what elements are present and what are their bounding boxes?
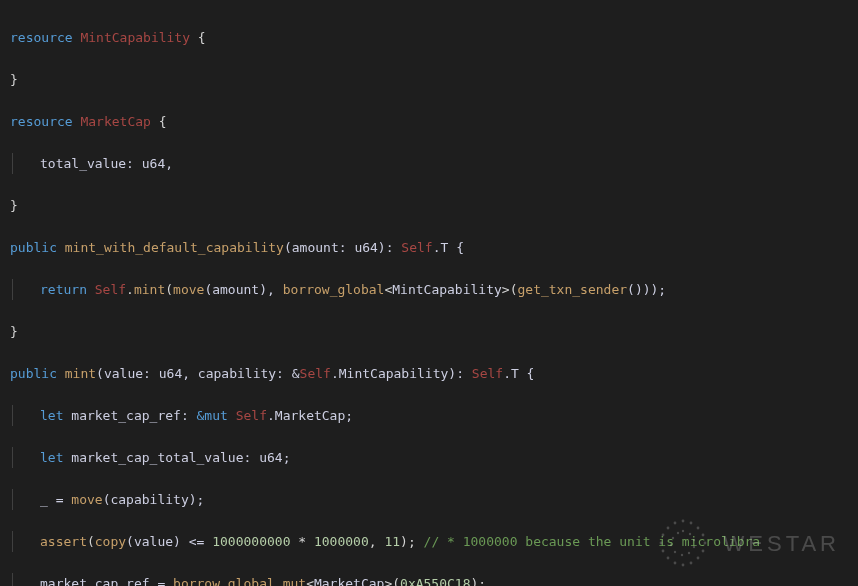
brace: { — [151, 114, 167, 129]
fn-call: move — [173, 282, 204, 297]
fn-call: get_txn_sender — [517, 282, 627, 297]
lhs: _ = — [40, 492, 71, 507]
close: ); — [400, 534, 416, 549]
fn-name: mint_with_default_capability — [65, 240, 284, 255]
code-line: } — [10, 69, 848, 90]
code-line: public mint_with_default_capability(amou… — [10, 237, 848, 258]
brace: } — [10, 198, 18, 213]
code-line: assert(copy(value) <= 1000000000 * 10000… — [10, 531, 848, 552]
code-line: market_cap_ref = borrow_global_mut<Marke… — [10, 573, 848, 586]
self: Self — [236, 408, 267, 423]
ident: market_cap_ref: — [71, 408, 196, 423]
sig: (value: u64, capability: & — [96, 366, 300, 381]
code-block: resource MintCapability { } resource Mar… — [0, 0, 858, 586]
lt: < — [306, 576, 314, 586]
number: 1000000000 — [212, 534, 290, 549]
code-line: total_value: u64, — [10, 153, 848, 174]
type-name: MarketCap — [80, 114, 150, 129]
type-arg: MarketCap — [314, 576, 384, 586]
ident: market_cap_total_value: u64; — [71, 450, 290, 465]
comma: , — [369, 534, 385, 549]
fn-call: assert — [40, 534, 87, 549]
number: 1000000 — [314, 534, 369, 549]
comment: // * 1000000 because the unit is microli… — [416, 534, 760, 549]
sig: .T { — [503, 366, 534, 381]
sig: (amount: u64): — [284, 240, 401, 255]
paren: ( — [165, 282, 173, 297]
close: ); — [471, 576, 487, 586]
code-line: return Self.mint(move(amount), borrow_gl… — [10, 279, 848, 300]
code-line: let market_cap_ref: &mut Self.MarketCap; — [10, 405, 848, 426]
code-line: public mint(value: u64, capability: &Sel… — [10, 363, 848, 384]
fn-call: mint — [134, 282, 165, 297]
tail: .MarketCap; — [267, 408, 353, 423]
self: Self — [401, 240, 432, 255]
code-line: resource MintCapability { — [10, 27, 848, 48]
self: Self — [95, 282, 126, 297]
dot: . — [126, 282, 134, 297]
keyword: return — [40, 282, 95, 297]
keyword: let — [40, 408, 71, 423]
keyword: &mut — [197, 408, 236, 423]
paren: ( — [87, 534, 95, 549]
mid: (value) <= — [126, 534, 212, 549]
self: Self — [300, 366, 331, 381]
hex: 0xA550C18 — [400, 576, 470, 586]
keyword: public — [10, 240, 57, 255]
self: Self — [472, 366, 503, 381]
sig: .MintCapability): — [331, 366, 472, 381]
brace: } — [10, 72, 18, 87]
field: total_value: u64, — [40, 156, 173, 171]
gt: > — [502, 282, 510, 297]
sig: .T { — [433, 240, 464, 255]
type-arg: MintCapability — [392, 282, 502, 297]
brace: { — [190, 30, 206, 45]
arg: (amount), — [204, 282, 282, 297]
type-name: MintCapability — [80, 30, 190, 45]
keyword: resource — [10, 30, 73, 45]
keyword: public — [10, 366, 57, 381]
fn-call: move — [71, 492, 102, 507]
fn-call: copy — [95, 534, 126, 549]
code-line: } — [10, 195, 848, 216]
tail: (capability); — [103, 492, 205, 507]
fn-name: mint — [65, 366, 96, 381]
lhs: market_cap_ref = — [40, 576, 173, 586]
brace: } — [10, 324, 18, 339]
fn-call: borrow_global_mut — [173, 576, 306, 586]
keyword: let — [40, 450, 71, 465]
number: 11 — [384, 534, 400, 549]
code-line: let market_cap_total_value: u64; — [10, 447, 848, 468]
keyword: resource — [10, 114, 73, 129]
code-line: resource MarketCap { — [10, 111, 848, 132]
op: * — [290, 534, 313, 549]
gt: >( — [384, 576, 400, 586]
tail: ())); — [627, 282, 666, 297]
code-line: } — [10, 321, 848, 342]
code-line: _ = move(capability); — [10, 489, 848, 510]
fn-call: borrow_global — [283, 282, 385, 297]
